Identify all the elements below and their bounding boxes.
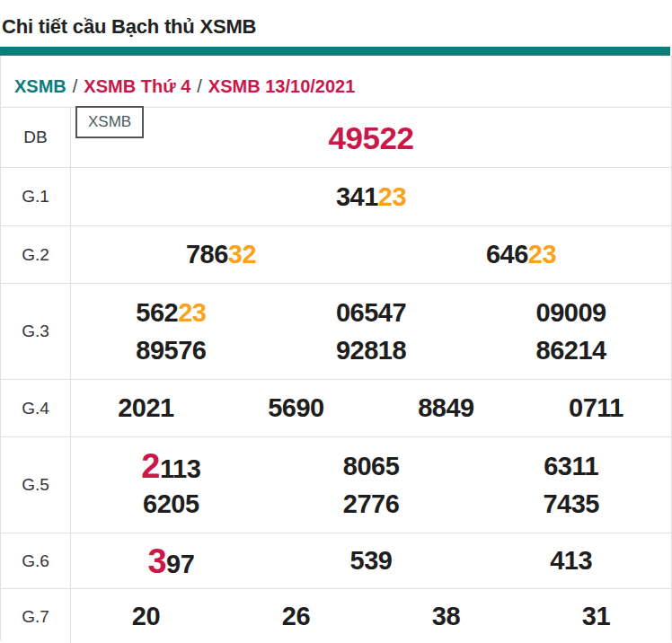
result-number: 2021: [71, 395, 221, 421]
result-number: 539: [271, 548, 472, 574]
number-segment-black: 8849: [418, 393, 474, 422]
result-line: 34123: [71, 184, 671, 210]
result-line: 20263831: [71, 603, 671, 630]
prize-label: G.6: [1, 533, 71, 588]
number-segment-black: 113: [160, 454, 200, 483]
breadcrumb-separator: /: [66, 76, 84, 96]
number-segment-black: 86214: [536, 336, 606, 365]
result-line: 620527767435: [71, 485, 671, 523]
prize-values: 397539413: [71, 533, 671, 588]
tab-xsmb[interactable]: XSMB: [75, 106, 144, 138]
number-segment-black: 539: [350, 546, 393, 575]
prize-values: 49522: [71, 108, 671, 167]
result-number: 8065: [271, 454, 472, 480]
number-segment-black: 6311: [544, 452, 598, 480]
number-segment-orange: 23: [378, 182, 406, 211]
result-line: 2021569088490711: [71, 395, 671, 421]
results-rows: DB49522G.134123G.27863264623G.3562230654…: [1, 108, 671, 643]
accent-bar: [0, 47, 670, 56]
result-number: 09009: [471, 300, 671, 326]
breadcrumb: XSMB/XSMB Thứ 4/XSMB 13/10/2021: [1, 56, 671, 107]
number-segment-orange: 23: [178, 298, 206, 327]
prize-row-g2: G.27863264623: [1, 226, 671, 284]
page-title: Chi tiết cầu Bạch thủ XSMB: [2, 15, 672, 39]
number-segment-orange: 23: [528, 240, 556, 269]
number-segment-black: 786: [186, 240, 228, 269]
number-segment-black: 0711: [569, 393, 623, 422]
prize-values: 562230654709009895769281886214: [71, 284, 671, 379]
prize-values: 34123: [71, 168, 671, 225]
number-segment-black: 31: [582, 602, 610, 630]
prize-row-g6: G.6397539413: [1, 533, 671, 589]
breadcrumb-separator: /: [190, 76, 208, 96]
result-number: 64623: [371, 242, 671, 268]
result-number: 2113: [71, 449, 271, 483]
number-segment-black: 341: [336, 182, 378, 211]
page: Chi tiết cầu Bạch thủ XSMB XSMB/XSMB Thứ…: [0, 15, 672, 643]
result-number: 56223: [71, 300, 271, 326]
prize-values: 20263831: [71, 589, 671, 643]
prize-values: 211380656311620527767435: [71, 437, 671, 533]
number-segment-black: 89576: [136, 336, 206, 365]
result-number: 92818: [271, 338, 472, 364]
result-number: 38: [371, 603, 521, 630]
result-number: 86214: [471, 338, 671, 364]
result-line: 397539413: [71, 544, 671, 578]
result-number: 7435: [471, 491, 671, 517]
number-segment-black: 646: [486, 240, 528, 269]
result-line: 7863264623: [71, 242, 671, 268]
result-number: 6205: [71, 491, 271, 517]
number-segment-black: 562: [136, 298, 178, 327]
number-segment-black: 38: [432, 602, 460, 630]
number-segment-black: 6205: [143, 489, 199, 518]
number-segment-orange: 32: [228, 240, 256, 269]
breadcrumb-link-2[interactable]: XSMB Thứ 4: [84, 76, 190, 96]
prize-label: G.5: [1, 437, 71, 533]
result-line: 49522: [71, 122, 671, 154]
number-segment-black: 20: [132, 602, 160, 630]
number-segment-black: 26: [282, 602, 310, 630]
result-number: 49522: [71, 122, 671, 154]
prize-values: 7863264623: [71, 226, 671, 283]
number-segment-black: 09009: [536, 298, 606, 327]
number-segment-crimson: 49522: [329, 120, 414, 155]
result-line: 895769281886214: [71, 331, 671, 369]
number-segment-black: 413: [550, 546, 592, 575]
prize-row-g1: G.134123: [1, 168, 671, 226]
prize-label: DB: [1, 108, 71, 167]
result-number: 78632: [71, 242, 371, 268]
number-segment-crimson: 2: [141, 447, 160, 485]
number-segment-crimson: 3: [147, 542, 166, 580]
breadcrumb-link-3[interactable]: XSMB 13/10/2021: [208, 76, 355, 96]
number-segment-black: 2021: [118, 393, 174, 422]
prize-label: G.7: [1, 589, 71, 643]
result-line: 562230654709009: [71, 294, 671, 331]
result-number: 397: [71, 544, 271, 578]
results-table: XSMB DB49522G.134123G.27863264623G.35622…: [1, 107, 671, 643]
result-number: 34123: [71, 184, 671, 210]
result-number: 31: [521, 603, 671, 630]
number-segment-black: 06547: [336, 298, 406, 327]
number-segment-black: 7435: [543, 489, 599, 518]
result-number: 413: [471, 548, 671, 574]
result-number: 89576: [71, 338, 271, 364]
prize-row-g3: G.3562230654709009895769281886214: [1, 284, 671, 380]
number-segment-black: 92818: [336, 336, 406, 365]
result-number: 6311: [471, 454, 671, 480]
result-number: 06547: [271, 300, 472, 326]
result-number: 8849: [371, 395, 521, 421]
result-number: 0711: [521, 395, 671, 421]
prize-row-g4: G.42021569088490711: [1, 380, 671, 437]
breadcrumb-link-1[interactable]: XSMB: [14, 76, 66, 96]
result-number: 20: [71, 603, 221, 630]
result-line: 211380656311: [71, 447, 671, 485]
prize-label: G.4: [1, 380, 71, 436]
prize-label: G.3: [1, 284, 71, 379]
content-panel: XSMB/XSMB Thứ 4/XSMB 13/10/2021 XSMB DB4…: [0, 56, 672, 640]
number-segment-black: 8065: [343, 452, 400, 480]
prize-label: G.1: [1, 168, 71, 225]
number-segment-black: 97: [166, 550, 194, 578]
result-number: 26: [221, 603, 371, 630]
prize-row-g5: G.5211380656311620527767435: [1, 437, 671, 533]
result-number: 2776: [271, 491, 472, 517]
